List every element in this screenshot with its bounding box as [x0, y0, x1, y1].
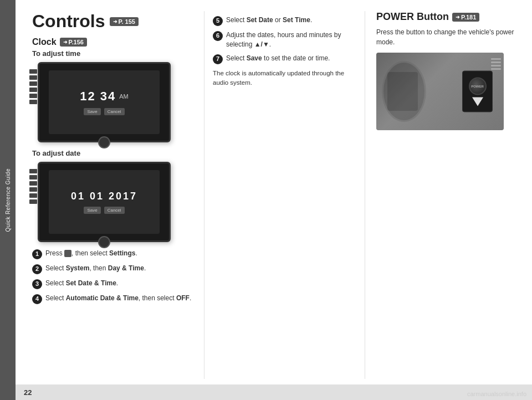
content-body: Controls ➜ P. 155 Clock ➜ P.156 To adjus… [16, 0, 532, 384]
step-number-3: 3 [32, 279, 42, 289]
page-number: 22 [24, 388, 32, 397]
power-button-overlay: POWER [462, 71, 493, 112]
clock-section-title: Clock ➜ P.156 [32, 37, 193, 47]
save-btn-date: Save [84, 207, 100, 214]
side-btn-d3 [29, 181, 37, 186]
page-title: Controls ➜ P. 155 [32, 11, 193, 32]
clock-ref-text: P.156 [69, 39, 84, 45]
step-number-6: 6 [213, 31, 223, 41]
side-btn-d2 [29, 175, 37, 180]
sidebar-label: Quick Reference Guide [5, 168, 11, 232]
side-btn-d1 [29, 169, 37, 173]
step-7: 7 Select Save to set the date or time. [213, 54, 356, 64]
side-btn-6 [29, 100, 37, 104]
adjust-time-title: To adjust time [32, 49, 193, 58]
right-column: POWER Button ➜ P.181 Press the button to… [365, 11, 521, 379]
clock-ref-badge: ➜ P.156 [60, 38, 87, 47]
screen-date-buttons: Save Cancel [84, 207, 124, 214]
page-ref-text: P. 155 [119, 18, 135, 25]
step-text-3: Select Set Date & Time. [45, 279, 193, 288]
side-btn-d4 [29, 187, 37, 192]
clock-note: The clock is automatically updated throu… [213, 69, 356, 88]
power-text: POWER [471, 84, 484, 88]
screen-display-date: 01 01 2017 Save Cancel [49, 170, 160, 234]
power-title: POWER Button [376, 11, 449, 23]
main-content: Controls ➜ P. 155 Clock ➜ P.156 To adjus… [16, 0, 532, 400]
left-column: Controls ➜ P. 155 Clock ➜ P.156 To adjus… [32, 11, 204, 379]
screen-time-buttons: Save Cancel [84, 108, 124, 115]
home-icon [64, 250, 71, 257]
step-number-5: 5 [213, 16, 223, 26]
power-ref-text: P.181 [461, 14, 476, 20]
step-text-2: Select System, then Day & Time. [45, 264, 193, 273]
side-buttons-left-date [29, 169, 37, 204]
side-btn-2 [29, 75, 37, 80]
cancel-btn-date: Cancel [104, 207, 125, 214]
side-buttons-left [29, 69, 37, 104]
side-btn-3 [29, 81, 37, 86]
screen-ampm: AM [119, 93, 129, 100]
power-circle-button: POWER [469, 77, 487, 95]
bottom-knob-date [98, 236, 110, 248]
step-number-4: 4 [32, 294, 42, 304]
steering-center [387, 72, 418, 111]
step-4: 4 Select Automatic Date & Time, then sel… [32, 294, 193, 304]
power-section-title: POWER Button ➜ P.181 [376, 11, 521, 23]
side-btn-d5 [29, 193, 37, 198]
step-2: 2 Select System, then Day & Time. [32, 264, 193, 274]
power-ref-badge: ➜ P.181 [452, 13, 479, 22]
vent-lines [491, 58, 501, 70]
screen-time-display: 12 34 [80, 89, 116, 104]
step-text-6: Adjust the dates, hours and minutes by s… [226, 30, 356, 49]
cancel-btn-time: Cancel [104, 108, 125, 115]
step-text-4: Select Automatic Date & Time, then selec… [45, 294, 193, 303]
title-text: Controls [32, 11, 105, 32]
step-5: 5 Select Set Date or Set Time. [213, 16, 356, 26]
steering-wheel-area: POWER [376, 53, 504, 130]
step-number-2: 2 [32, 264, 42, 274]
page-ref-badge: ➜ P. 155 [110, 17, 139, 26]
middle-column: 5 Select Set Date or Set Time. 6 Adjust … [204, 11, 365, 379]
power-description: Press the button to change the vehicle's… [376, 27, 521, 47]
page-bar: 22 [16, 384, 532, 400]
step-text-1: Press , then select Settings. [45, 249, 193, 258]
time-screen-mockup: 12 34 AM Save Cancel [38, 62, 171, 142]
power-button-image: POWER [376, 53, 504, 130]
power-triangle-icon [472, 97, 483, 106]
step-number-1: 1 [32, 249, 42, 259]
step-text-5: Select Set Date or Set Time. [226, 16, 356, 25]
side-btn-5 [29, 94, 37, 98]
sidebar: Quick Reference Guide [0, 0, 16, 400]
side-btn-1 [29, 69, 37, 74]
date-screen-mockup: 01 01 2017 Save Cancel [38, 162, 171, 242]
screen-display-time: 12 34 AM Save Cancel [49, 70, 160, 134]
side-btn-4 [29, 88, 37, 92]
side-btn-d6 [29, 199, 37, 204]
adjust-date-title: To adjust date [32, 149, 193, 157]
step-text-7: Select Save to set the date or time. [226, 54, 356, 63]
step-6: 6 Adjust the dates, hours and minutes by… [213, 30, 356, 49]
bottom-knob-time [98, 136, 110, 148]
clock-title: Clock [32, 37, 57, 47]
save-btn-time: Save [84, 108, 100, 115]
step-3: 3 Select Set Date & Time. [32, 279, 193, 289]
step-1: 1 Press , then select Settings. [32, 249, 193, 259]
screen-date-display: 01 01 2017 [71, 191, 137, 202]
step-number-7: 7 [213, 54, 223, 64]
